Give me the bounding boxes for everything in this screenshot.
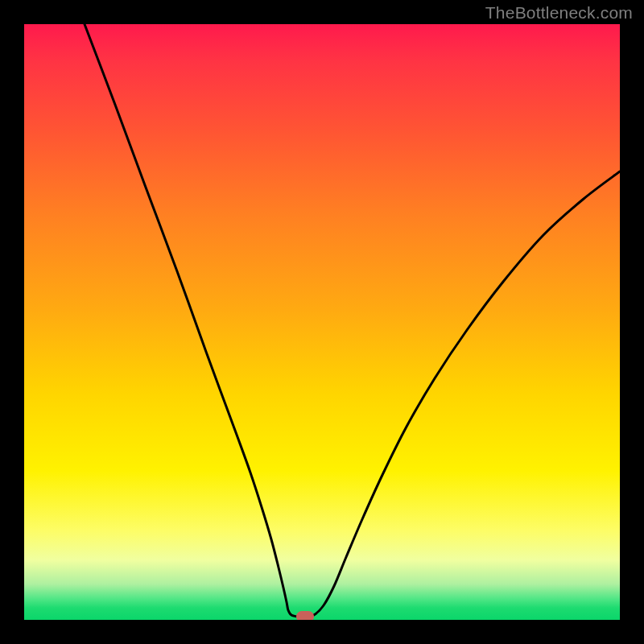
curve-path	[85, 24, 620, 617]
bottleneck-curve	[24, 24, 620, 620]
plot-area	[24, 24, 620, 620]
watermark-text: TheBottleneck.com	[485, 3, 633, 23]
bottleneck-marker	[296, 611, 314, 620]
chart-frame: TheBottleneck.com	[0, 0, 644, 644]
